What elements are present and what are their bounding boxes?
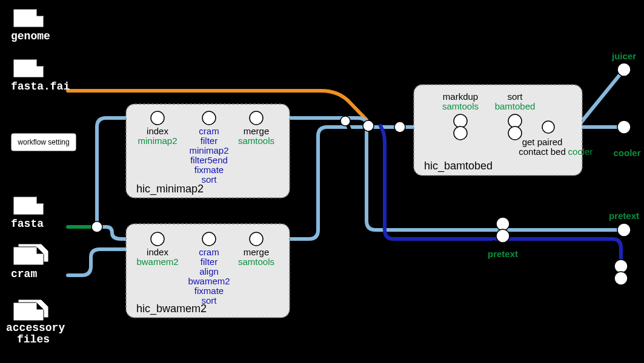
label-mm2-mid-0: cram: [199, 126, 219, 136]
label-mm2-mid-1: filter: [201, 136, 217, 146]
label-cooler-box: cooler: [568, 146, 593, 157]
workflow-setting-text: workflow setting: [17, 138, 69, 146]
label-sort: sort: [507, 91, 523, 102]
proc-hic-minimap2-title: hic_minimap2: [136, 183, 204, 195]
svg-point-4: [496, 217, 510, 231]
file-icon-accessory: [13, 299, 48, 321]
node-bwamem2-mid: [202, 232, 216, 246]
file-label-cram: cram: [11, 268, 37, 280]
file-icon-genome: [13, 9, 44, 27]
svg-point-0: [454, 114, 467, 128]
label-bwa-index-tool: bwamem2: [136, 257, 178, 267]
label-bwa-mid-4: fixmate: [194, 286, 224, 296]
label-bwa-mid-1: filter: [201, 257, 217, 267]
label-mm2-index: index: [147, 126, 168, 136]
file-label-files: files: [17, 333, 50, 345]
out-pretext2: pretext: [488, 249, 518, 259]
node-paired: [542, 121, 554, 133]
node-fasta-junction: [91, 221, 102, 232]
label-bwa-mid-0: cram: [199, 247, 219, 257]
file-label-fasta: fasta: [11, 218, 44, 230]
file-label-accessory: accessory: [6, 322, 65, 334]
label-markdup-tool: samtools: [442, 101, 479, 111]
svg-point-5: [496, 229, 510, 243]
label-paired-2: contact bed: [519, 146, 566, 157]
node-bwamem2-merge: [250, 232, 263, 246]
svg-point-7: [614, 272, 628, 285]
label-sort-tool: bamtobed: [495, 101, 536, 111]
file-icon-fasta: [13, 197, 44, 215]
proc-hic-bamtobed-title: hic_bamtobed: [424, 160, 493, 172]
out-pretext: pretext: [609, 211, 639, 221]
svg-point-2: [508, 114, 522, 128]
out-juicer: juicer: [611, 51, 636, 61]
node-pretext-lower: [614, 260, 628, 285]
node-minimap2-merge: [250, 111, 263, 125]
node-minimap2-index: [151, 111, 164, 125]
file-label-genome: genome: [11, 30, 50, 42]
svg-point-6: [614, 260, 628, 273]
node-minimap2-mid: [202, 111, 216, 125]
label-paired-1: get paired: [522, 137, 563, 147]
label-mm2-index-tool: minimap2: [138, 136, 177, 146]
node-bwamem2-index: [151, 232, 164, 246]
node-main-junction: [363, 120, 374, 131]
proc-hic-bwamem2-title: hic_bwamem2: [136, 302, 207, 315]
svg-point-1: [454, 126, 467, 140]
label-mm2-mid-3: filter5end: [190, 155, 228, 165]
svg-point-3: [508, 126, 522, 140]
file-icon-fastafai: [13, 59, 44, 77]
pipeline-diagram: hic_minimap2 hic_bwamem2 hic_bamtobed: [0, 0, 644, 363]
node-out-cooler: [617, 120, 631, 134]
node-pre-junction: [340, 116, 350, 126]
node-bamtobed-entry: [394, 122, 405, 132]
label-bwa-merge: merge: [244, 247, 270, 257]
node-pretext-out: [617, 223, 631, 237]
label-mm2-mid-4: fixmate: [194, 165, 224, 175]
label-mm2-merge-tool: samtools: [238, 136, 274, 146]
label-mm2-merge: merge: [244, 126, 270, 136]
label-bwa-index: index: [147, 247, 168, 257]
label-mm2-mid-5: sort: [201, 174, 217, 185]
file-icon-cram: [13, 244, 48, 265]
label-bwa-mid-5: sort: [201, 295, 217, 306]
file-label-fastafai: fasta.fai: [11, 80, 70, 93]
label-bwa-mid-3: bwamem2: [188, 276, 230, 286]
out-cooler: cooler: [613, 148, 640, 158]
label-bwa-merge-tool: samtools: [238, 257, 274, 267]
label-bwa-mid-2: align: [199, 266, 219, 276]
label-markdup: markdup: [443, 91, 478, 102]
node-out-juicer: [617, 63, 631, 76]
label-mm2-mid-2: minimap2: [189, 145, 228, 155]
